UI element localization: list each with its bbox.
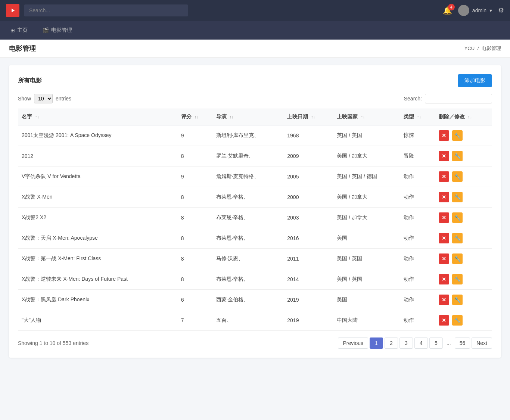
- table-row: X战警：逆转未来 X-Men: Days of Future Past 8 布莱…: [18, 269, 492, 290]
- cell-genre: 冒险: [400, 146, 435, 167]
- cell-date: 2019: [283, 290, 333, 310]
- col-director[interactable]: 导演 ↑↓: [212, 109, 284, 125]
- cell-country: 美国 / 加拿大: [333, 187, 400, 208]
- sort-icon-country: ↑↓: [361, 115, 365, 119]
- breadcrumb-separator: /: [478, 46, 479, 51]
- col-genre[interactable]: 类型 ↑↓: [400, 109, 435, 125]
- cell-country: 英国 / 美国: [333, 125, 400, 146]
- cell-name: X战警2 X2: [18, 208, 177, 228]
- cell-date: 2000: [283, 187, 333, 208]
- cell-genre: 动作: [400, 228, 435, 249]
- cell-score: 8: [177, 249, 212, 269]
- movies-card: 所有电影 添加电影 Show 10 25 50 entries Search:: [9, 65, 501, 358]
- table-search-input[interactable]: [425, 94, 492, 103]
- col-actions: 删除／修改 ↑↓: [435, 109, 492, 125]
- delete-button[interactable]: ✕: [439, 130, 449, 141]
- delete-button[interactable]: ✕: [439, 253, 449, 264]
- add-movie-button[interactable]: 添加电影: [458, 74, 492, 87]
- entries-select[interactable]: 10 25 50: [34, 94, 53, 103]
- cell-director: 布莱恩·辛格、: [212, 187, 284, 208]
- table-row: X战警2 X2 8 布莱恩·辛格、 2003 美国 / 加拿大 动作 ✕ 🔧: [18, 208, 492, 228]
- col-score[interactable]: 评分 ↑↓: [177, 109, 212, 125]
- cell-director: 布莱恩·辛格、: [212, 228, 284, 249]
- top-navbar: 🔔 4 admin ▾ ⚙: [0, 0, 510, 21]
- edit-button[interactable]: 🔧: [452, 274, 463, 284]
- cell-date: 2019: [283, 310, 333, 331]
- page-title: 电影管理: [9, 44, 36, 53]
- settings-icon[interactable]: ⚙: [498, 6, 504, 15]
- delete-button[interactable]: ✕: [439, 233, 449, 243]
- table-search-control: Search:: [404, 94, 492, 103]
- cell-genre: 动作: [400, 310, 435, 331]
- cell-name: X战警 X-Men: [18, 187, 177, 208]
- next-button[interactable]: Next: [472, 337, 492, 349]
- notifications-button[interactable]: 🔔 4: [443, 6, 452, 15]
- cell-score: 8: [177, 187, 212, 208]
- edit-button[interactable]: 🔧: [452, 171, 463, 182]
- delete-button[interactable]: ✕: [439, 171, 449, 182]
- subnav-label-movies: 电影管理: [51, 27, 72, 34]
- search-input[interactable]: [24, 4, 188, 16]
- cell-name: X战警：黑凤凰 Dark Phoenix: [18, 290, 177, 310]
- cell-country: 美国 / 加拿大: [333, 208, 400, 228]
- edit-button[interactable]: 🔧: [452, 233, 463, 243]
- page-2-button[interactable]: 2: [385, 337, 398, 349]
- col-country[interactable]: 上映国家 ↑↓: [333, 109, 400, 125]
- previous-button[interactable]: Previous: [338, 337, 368, 349]
- cell-director: 罗兰·艾默里奇、: [212, 146, 284, 167]
- page-5-button[interactable]: 5: [429, 337, 443, 349]
- cell-director: 西蒙·金伯格、: [212, 290, 284, 310]
- card-header: 所有电影 添加电影: [18, 74, 492, 87]
- cell-name: X战警：逆转未来 X-Men: Days of Future Past: [18, 269, 177, 290]
- subnav-label-home: 主页: [17, 27, 28, 34]
- table-row: "大"人物 7 五百、 2019 中国大陆 动作 ✕ 🔧: [18, 310, 492, 331]
- sort-icon-actions: ↑↓: [468, 115, 472, 119]
- page-3-button[interactable]: 3: [399, 337, 413, 349]
- cell-name: V字仇杀队 V for Vendetta: [18, 167, 177, 187]
- delete-button[interactable]: ✕: [439, 274, 449, 284]
- search-label: Search:: [404, 96, 422, 102]
- cell-date: 2016: [283, 228, 333, 249]
- page-4-button[interactable]: 4: [414, 337, 428, 349]
- edit-button[interactable]: 🔧: [452, 192, 463, 202]
- cell-name: 2001太空漫游 2001: A Space Odyssey: [18, 125, 177, 146]
- table-body: 2001太空漫游 2001: A Space Odyssey 9 斯坦利·库布里…: [18, 125, 492, 331]
- cell-date: 2005: [283, 167, 333, 187]
- edit-button[interactable]: 🔧: [452, 130, 463, 141]
- col-name[interactable]: 名字 ↑↓: [18, 109, 177, 125]
- cell-date: 2009: [283, 146, 333, 167]
- cell-country: 美国: [333, 290, 400, 310]
- cell-score: 8: [177, 208, 212, 228]
- table-row: X战警：第一战 X-Men: First Class 8 马修·沃恩、 2011…: [18, 249, 492, 269]
- cell-date: 2003: [283, 208, 333, 228]
- cell-director: 詹姆斯·麦克特格、: [212, 167, 284, 187]
- delete-button[interactable]: ✕: [439, 295, 449, 305]
- table-row: 2001太空漫游 2001: A Space Odyssey 9 斯坦利·库布里…: [18, 125, 492, 146]
- edit-button[interactable]: 🔧: [452, 315, 463, 326]
- edit-button[interactable]: 🔧: [452, 253, 463, 264]
- delete-button[interactable]: ✕: [439, 151, 449, 161]
- subnav-item-movies[interactable]: 🎬 电影管理: [40, 25, 75, 35]
- col-date[interactable]: 上映日期 ↑↓: [283, 109, 333, 125]
- ellipsis: ...: [444, 338, 453, 348]
- last-page-button[interactable]: 56: [455, 337, 470, 349]
- delete-button[interactable]: ✕: [439, 315, 449, 326]
- delete-button[interactable]: ✕: [439, 192, 449, 202]
- breadcrumb-current: 电影管理: [482, 46, 501, 51]
- admin-menu[interactable]: admin ▾: [458, 5, 492, 16]
- cell-score: 7: [177, 310, 212, 331]
- delete-button[interactable]: ✕: [439, 212, 449, 223]
- table-footer: Showing 1 to 10 of 553 entries Previous …: [18, 337, 492, 349]
- cell-actions: ✕ 🔧: [435, 208, 492, 228]
- edit-button[interactable]: 🔧: [452, 295, 463, 305]
- edit-button[interactable]: 🔧: [452, 212, 463, 223]
- avatar: [458, 5, 469, 16]
- cell-name: X战警：天启 X-Men: Apocalypse: [18, 228, 177, 249]
- admin-label: admin: [472, 7, 486, 13]
- edit-button[interactable]: 🔧: [452, 151, 463, 161]
- page-1-button[interactable]: 1: [370, 337, 383, 349]
- cell-actions: ✕ 🔧: [435, 249, 492, 269]
- subnav-item-home[interactable]: ⊞ 主页: [7, 25, 31, 35]
- cell-genre: 动作: [400, 208, 435, 228]
- card-title: 所有电影: [18, 77, 42, 85]
